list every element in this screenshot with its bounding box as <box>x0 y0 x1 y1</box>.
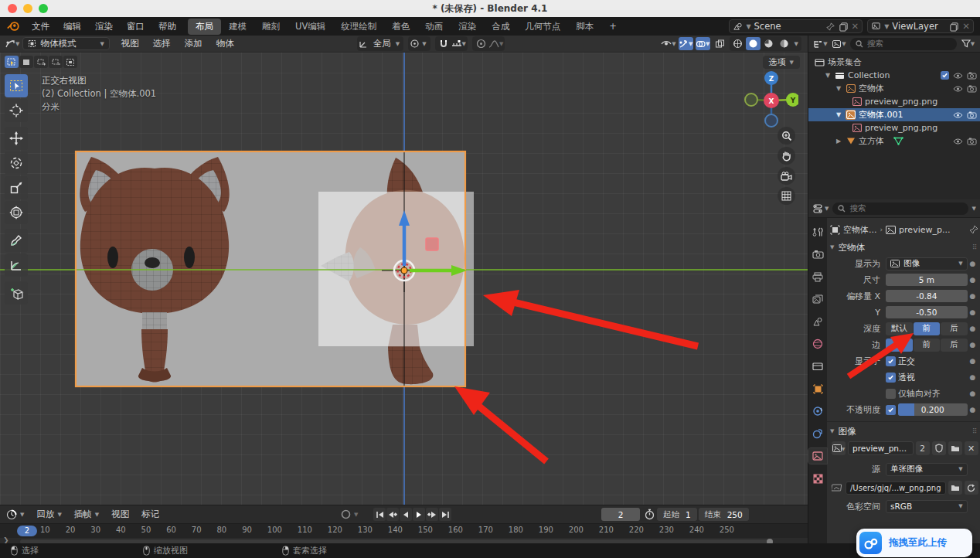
menu-object[interactable]: 物体 <box>209 38 241 49</box>
zoom-icon[interactable] <box>778 127 795 145</box>
menu-edit[interactable]: 编辑 <box>56 19 88 34</box>
tab-data-image[interactable] <box>808 448 827 464</box>
hide-eye-icon[interactable] <box>953 72 963 80</box>
depth-default-button[interactable]: 默认 <box>886 322 913 335</box>
next-keyframe-button[interactable] <box>426 508 438 521</box>
menu-file[interactable]: 文件 <box>25 19 56 34</box>
snap-magnet-icon[interactable] <box>437 37 451 50</box>
shading-material-icon[interactable] <box>761 37 776 50</box>
shading-wireframe-icon[interactable] <box>730 37 745 50</box>
select-mode-intersect[interactable] <box>63 56 77 68</box>
transform-tool[interactable] <box>5 201 28 224</box>
size-field[interactable]: 5 m <box>886 274 968 286</box>
jump-to-start-button[interactable] <box>373 508 386 521</box>
image-data-row[interactable]: preview_png.png <box>808 121 980 134</box>
tab-viewlayer[interactable] <box>808 291 827 307</box>
open-image-folder-icon[interactable] <box>948 441 962 455</box>
tab-texture-paint[interactable]: 纹理绘制 <box>333 19 384 35</box>
disable-render-camera-icon[interactable] <box>967 72 977 80</box>
pivot-point-dropdown[interactable]: ▼ <box>408 36 430 51</box>
cube-row[interactable]: ▶ 立方体 <box>808 134 980 148</box>
image-browse-dropdown[interactable]: ▼ <box>832 441 846 455</box>
shading-rendered-icon[interactable] <box>777 37 791 50</box>
menu-select[interactable]: 选择 <box>146 38 178 49</box>
auto-keyframe-toggle[interactable]: ▼ <box>340 509 358 520</box>
hide-eye-icon[interactable] <box>953 85 963 93</box>
tab-collection[interactable] <box>808 359 827 374</box>
pin-icon[interactable] <box>825 22 835 32</box>
disable-render-camera-icon[interactable] <box>967 85 977 93</box>
cursor-tool[interactable] <box>5 99 28 122</box>
menu-view-timeline[interactable]: 视图 <box>105 509 135 520</box>
timeline-editor-selector[interactable]: ▼ <box>0 509 30 520</box>
prev-keyframe-button[interactable] <box>386 508 399 521</box>
depth-front-button[interactable]: 前 <box>914 322 941 335</box>
show-orthographic-checkbox[interactable] <box>886 356 896 366</box>
tab-shading[interactable]: 着色 <box>384 19 417 35</box>
mode-dropdown[interactable]: 物体模式 ▼ <box>22 37 109 50</box>
breadcrumb-object[interactable]: 空物体... <box>843 224 877 236</box>
camera-view-icon[interactable] <box>778 167 795 185</box>
select-mode-subtract[interactable] <box>49 56 63 68</box>
properties-options-chevron[interactable]: ▼ <box>972 206 976 212</box>
side-back-button[interactable]: 后 <box>941 339 968 352</box>
outliner-filter-type-dropdown[interactable]: ▼ <box>832 37 846 50</box>
offset-x-field[interactable]: -0.84 <box>886 290 968 302</box>
current-frame-field[interactable]: 2 <box>601 508 640 521</box>
measure-tool[interactable] <box>5 253 28 277</box>
filepath-browse-folder-icon[interactable] <box>948 481 962 495</box>
options-button[interactable]: 选项▼ <box>763 56 800 69</box>
reload-image-icon[interactable] <box>965 481 978 495</box>
opacity-checkbox[interactable] <box>886 405 896 415</box>
scale-tool[interactable] <box>5 176 28 199</box>
tab-texture[interactable] <box>808 471 827 486</box>
offset-y-field[interactable]: -0.50 <box>886 306 968 318</box>
visibility-dropdown[interactable]: ▼ <box>661 37 675 50</box>
scene-collection-row[interactable]: 场景集合 <box>808 56 980 69</box>
tab-render[interactable] <box>808 247 827 262</box>
tab-rendering[interactable]: 渲染 <box>451 19 484 35</box>
tab-physics[interactable] <box>808 426 827 441</box>
show-perspective-checkbox[interactable] <box>886 373 896 383</box>
side-front-button[interactable]: 前 <box>914 339 941 352</box>
viewlayer-selector[interactable]: ▼ ViewLayer ✕ <box>867 19 974 33</box>
select-mode-extend[interactable] <box>34 56 48 68</box>
tab-tool[interactable] <box>808 224 827 240</box>
breadcrumb-data[interactable]: preview_p... <box>899 225 950 235</box>
fake-user-shield-icon[interactable] <box>932 441 946 455</box>
3d-viewport[interactable]: 选项▼ 正交右视图 (2) Collection | 空物体.001 分米 <box>0 53 808 505</box>
menu-playback[interactable]: 回放▼ <box>30 509 67 520</box>
jump-to-end-button[interactable] <box>439 508 451 521</box>
gizmo-z-neg-ball[interactable] <box>765 114 778 127</box>
collection-checkbox[interactable] <box>941 71 949 80</box>
menu-marker[interactable]: 标记 <box>135 509 165 520</box>
frame-start-field[interactable]: 起始1 <box>657 508 697 521</box>
depth-back-button[interactable]: 后 <box>941 322 968 335</box>
empty-object-row[interactable]: ▼ 空物体 <box>808 82 980 95</box>
new-scene-icon[interactable] <box>839 22 849 32</box>
menu-window[interactable]: 窗口 <box>120 19 151 34</box>
outliner-search-input[interactable]: 搜索 <box>850 38 957 50</box>
side-both-button[interactable] <box>886 339 913 352</box>
tab-layout[interactable]: 布局 <box>188 19 221 35</box>
frame-end-field[interactable]: 结束250 <box>699 508 749 521</box>
current-frame-badge[interactable]: 2 <box>17 526 37 536</box>
tab-constraints[interactable] <box>808 403 827 419</box>
add-workspace-button[interactable]: + <box>601 19 624 35</box>
shading-solid-icon[interactable] <box>746 37 761 50</box>
tab-scripting[interactable]: 脚本 <box>568 19 601 35</box>
timeline-ruler[interactable]: 2 1020 3040 5060 7080 90100 110120 13014… <box>0 523 808 538</box>
annotate-tool[interactable] <box>5 229 28 252</box>
select-mode-new[interactable] <box>19 56 33 68</box>
menu-keying[interactable]: 插帧▼ <box>68 509 105 520</box>
hide-eye-icon[interactable] <box>953 111 963 119</box>
menu-render[interactable]: 渲染 <box>88 19 120 34</box>
unlink-scene-icon[interactable]: ✕ <box>852 21 859 32</box>
rotate-tool[interactable] <box>5 151 28 175</box>
menu-help[interactable]: 帮助 <box>151 19 183 34</box>
new-viewlayer-icon[interactable] <box>949 22 959 32</box>
upload-drop-button[interactable]: 拖拽至此上传 <box>856 529 972 557</box>
gizmos-toggle[interactable]: ▼ <box>679 37 693 50</box>
editor-type-selector[interactable]: ▼ <box>5 37 19 50</box>
add-cube-tool[interactable] <box>5 281 28 305</box>
